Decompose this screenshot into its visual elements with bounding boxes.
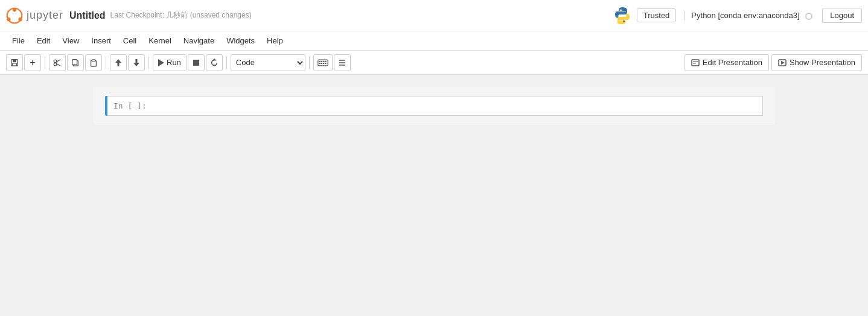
scissors-icon bbox=[53, 58, 62, 67]
kernel-status-indicator bbox=[805, 13, 812, 20]
svg-line-12 bbox=[56, 63, 60, 66]
edit-presentation-label: Edit Presentation bbox=[703, 58, 762, 67]
cut-button[interactable] bbox=[49, 54, 66, 71]
toggle-toolbar-button[interactable] bbox=[334, 54, 351, 71]
copy-button[interactable] bbox=[67, 54, 84, 71]
svg-marker-40 bbox=[781, 61, 785, 65]
svg-rect-14 bbox=[72, 59, 77, 65]
move-down-button[interactable] bbox=[128, 54, 145, 71]
toolbar-separator-2 bbox=[106, 57, 106, 69]
cell-wrapper: In [ ]: bbox=[107, 96, 763, 116]
interrupt-button[interactable] bbox=[188, 54, 205, 71]
paste-icon bbox=[89, 58, 98, 67]
svg-rect-22 bbox=[193, 60, 199, 66]
paste-button[interactable] bbox=[85, 54, 102, 71]
copy-icon bbox=[71, 58, 80, 67]
move-up-button[interactable] bbox=[110, 54, 127, 71]
menu-item-view[interactable]: View bbox=[56, 34, 85, 48]
svg-rect-29 bbox=[319, 63, 320, 64]
show-presentation-button[interactable]: Show Presentation bbox=[771, 54, 862, 71]
svg-line-11 bbox=[56, 59, 60, 62]
toolbar-right: Edit Presentation Show Presentation bbox=[685, 54, 862, 71]
code-cell: In [ ]: bbox=[105, 96, 763, 116]
svg-rect-30 bbox=[321, 63, 322, 64]
run-label: Run bbox=[167, 58, 181, 67]
svg-marker-19 bbox=[133, 63, 139, 66]
keyboard-shortcuts-button[interactable] bbox=[313, 54, 333, 71]
edit-presentation-button[interactable]: Edit Presentation bbox=[685, 54, 769, 71]
svg-point-5 bbox=[623, 20, 625, 22]
menu-item-kernel[interactable]: Kernel bbox=[142, 34, 177, 48]
menu-item-cell[interactable]: Cell bbox=[117, 34, 142, 48]
toolbar: + bbox=[0, 51, 868, 75]
menu-item-edit[interactable]: Edit bbox=[31, 34, 56, 48]
svg-rect-7 bbox=[13, 59, 16, 62]
edit-presentation-icon bbox=[691, 59, 700, 66]
notebook-title[interactable]: Untitled bbox=[69, 10, 106, 21]
kernel-info-text: Python [conda env:anaconda3] bbox=[685, 11, 812, 20]
svg-rect-25 bbox=[319, 60, 320, 62]
header: jupyter Untitled Last Checkpoint: 几秒前 (u… bbox=[0, 0, 868, 31]
cell-type-select[interactable]: Code Markdown Raw NBConvert Heading bbox=[231, 54, 305, 71]
svg-point-4 bbox=[620, 9, 622, 11]
trusted-button[interactable]: Trusted bbox=[637, 8, 677, 22]
toolbar-separator-3 bbox=[148, 57, 149, 69]
logout-button[interactable]: Logout bbox=[822, 8, 862, 23]
svg-rect-20 bbox=[136, 59, 138, 63]
svg-marker-21 bbox=[158, 59, 164, 66]
play-presentation-icon bbox=[778, 59, 787, 66]
jupyter-brand-text: jupyter bbox=[27, 9, 63, 22]
svg-rect-27 bbox=[323, 60, 324, 62]
notebook-container: In [ ]: bbox=[93, 87, 775, 125]
python-logo-icon bbox=[613, 6, 632, 25]
svg-rect-16 bbox=[92, 59, 95, 62]
toolbar-separator-4 bbox=[226, 57, 227, 69]
cell-input[interactable] bbox=[153, 96, 762, 115]
svg-point-1 bbox=[13, 8, 16, 11]
run-button[interactable]: Run bbox=[153, 54, 187, 71]
svg-rect-31 bbox=[323, 63, 324, 64]
save-button[interactable] bbox=[6, 54, 23, 71]
stop-icon bbox=[193, 59, 200, 66]
svg-marker-23 bbox=[212, 58, 216, 61]
svg-marker-17 bbox=[115, 59, 121, 63]
menu-item-widgets[interactable]: Widgets bbox=[220, 34, 261, 48]
logo-area: jupyter bbox=[6, 7, 63, 24]
svg-rect-28 bbox=[325, 60, 326, 62]
svg-rect-32 bbox=[325, 63, 326, 64]
checkpoint-info: Last Checkpoint: 几秒前 (unsaved changes) bbox=[110, 10, 252, 21]
run-icon bbox=[158, 59, 164, 66]
menu-item-file[interactable]: File bbox=[6, 34, 31, 48]
refresh-icon bbox=[210, 58, 219, 67]
menu-item-navigate[interactable]: Navigate bbox=[177, 34, 220, 48]
plus-icon: + bbox=[30, 58, 35, 68]
keyboard-icon bbox=[318, 59, 328, 66]
svg-point-2 bbox=[19, 17, 22, 21]
jupyter-logo-icon bbox=[6, 7, 23, 24]
header-right: Trusted Python [conda env:anaconda3] Log… bbox=[613, 6, 862, 25]
svg-point-10 bbox=[54, 63, 56, 65]
menubar: File Edit View Insert Cell Kernel Naviga… bbox=[0, 31, 868, 51]
show-presentation-label: Show Presentation bbox=[790, 58, 855, 67]
svg-rect-18 bbox=[118, 63, 120, 66]
svg-point-3 bbox=[7, 17, 10, 21]
add-cell-button[interactable]: + bbox=[24, 54, 41, 71]
menu-item-help[interactable]: Help bbox=[261, 34, 289, 48]
arrow-down-icon bbox=[133, 58, 140, 67]
toolbar-separator-5 bbox=[309, 57, 310, 69]
svg-rect-26 bbox=[321, 60, 322, 62]
restart-button[interactable] bbox=[206, 54, 223, 71]
menu-item-insert[interactable]: Insert bbox=[85, 34, 117, 48]
list-icon bbox=[338, 59, 346, 66]
arrow-up-icon bbox=[115, 58, 122, 67]
svg-rect-36 bbox=[692, 60, 699, 66]
cell-prompt: In [ ]: bbox=[107, 96, 153, 115]
main-content: In [ ]: bbox=[0, 75, 868, 316]
toolbar-separator-1 bbox=[45, 57, 45, 69]
save-icon bbox=[10, 58, 19, 67]
svg-point-9 bbox=[54, 60, 56, 62]
